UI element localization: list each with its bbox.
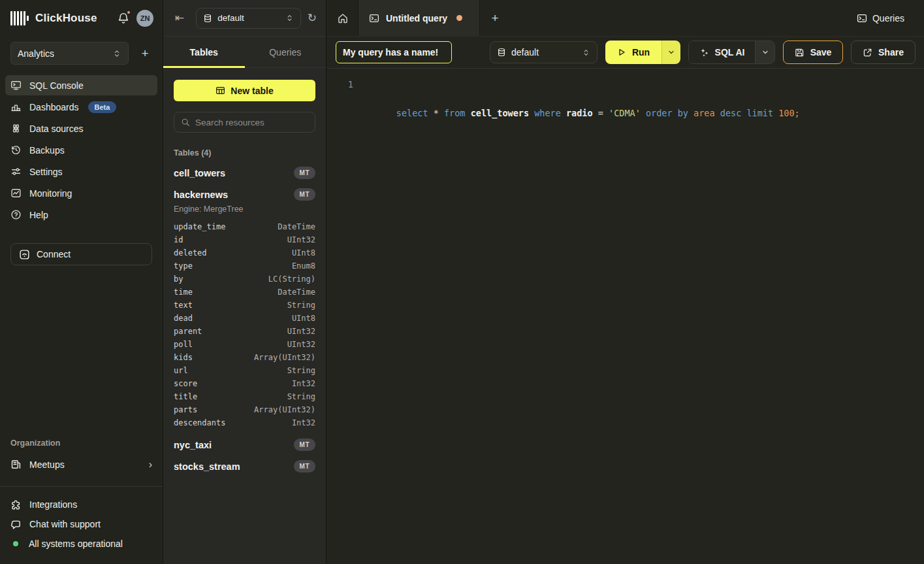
tab-queries[interactable]: Queries [245, 37, 327, 67]
sidebar-item-label: Help [29, 210, 48, 220]
sql-token [466, 108, 471, 118]
refresh-button[interactable]: ↻ [308, 11, 317, 25]
home-button[interactable] [327, 0, 358, 36]
settings-sliders-icon [10, 166, 22, 177]
run-label: Run [632, 47, 650, 58]
sql-editor[interactable]: 1 select * from cell_towers where radio … [327, 69, 924, 564]
column-row[interactable]: score Int32 [174, 377, 315, 390]
sidebar-item-sql-console[interactable]: SQL Console [5, 75, 157, 95]
share-button[interactable]: Share [851, 41, 916, 64]
sidebar-item-help[interactable]: Help [5, 205, 157, 225]
column-name: parts [174, 405, 197, 414]
run-button[interactable]: Run [605, 41, 661, 64]
run-split-button: Run [605, 41, 680, 64]
sql-token [641, 108, 646, 118]
chevron-up-down-icon [285, 14, 294, 22]
column-type: String [287, 392, 315, 401]
column-row[interactable]: dead UInt8 [174, 312, 315, 325]
column-row[interactable]: by LC(String) [174, 273, 315, 286]
column-row[interactable]: deleted UInt8 [174, 246, 315, 259]
sql-token: = [593, 108, 609, 118]
home-icon [337, 12, 349, 24]
chevron-up-down-icon [582, 48, 590, 57]
system-status-item[interactable]: All systems operational [5, 534, 157, 554]
active-tab-underline [163, 66, 245, 68]
run-options-button[interactable] [661, 41, 680, 64]
sidebar-item-integrations[interactable]: Integrations [5, 495, 157, 514]
notifications-button[interactable] [117, 12, 130, 25]
table-name: cell_towers [174, 168, 225, 178]
sidebar-item-label: Settings [29, 167, 63, 177]
new-query-tab-button[interactable]: + [480, 0, 510, 36]
sidebar-item-meetups[interactable]: Meetups › [5, 454, 157, 474]
sidebar-item-settings[interactable]: Settings [5, 161, 157, 182]
new-table-button[interactable]: New table [174, 80, 315, 101]
column-row[interactable]: parts Array(UInt32) [174, 403, 315, 416]
sql-ai-label: SQL AI [715, 47, 745, 58]
table-row-nyc-taxi[interactable]: nyc_taxi MT [174, 439, 315, 451]
sql-token [715, 108, 720, 118]
table-row-cell-towers[interactable]: cell_towers MT [174, 167, 315, 179]
column-row[interactable]: kids Array(UInt32) [174, 351, 315, 364]
tab-tables[interactable]: Tables [163, 37, 245, 67]
column-row[interactable]: descendants Int32 [174, 416, 315, 429]
search-icon [181, 118, 190, 127]
clickhouse-logo[interactable] [10, 10, 29, 26]
column-name: dead [174, 314, 193, 323]
column-row[interactable]: id UInt32 [174, 233, 315, 246]
organization-section-label: Organization [0, 439, 163, 454]
column-name: title [174, 392, 197, 401]
sidebar-item-chat-support[interactable]: Chat with support [5, 514, 157, 534]
table-row-hackernews[interactable]: hackernews MT [174, 188, 315, 201]
workspace-selector[interactable]: Analytics [10, 42, 129, 65]
table-name: stocks_stream [174, 461, 240, 472]
status-green-dot [13, 541, 18, 546]
column-name: deleted [174, 248, 207, 257]
sql-token: area [693, 108, 715, 118]
sidebar-item-dashboards[interactable]: Dashboards Beta [5, 97, 157, 117]
sql-token: * [434, 108, 439, 118]
column-row[interactable]: type Enum8 [174, 259, 315, 273]
database-icon [497, 48, 506, 57]
column-row[interactable]: text String [174, 299, 315, 312]
column-name: score [174, 379, 197, 388]
sql-ai-button[interactable]: SQL AI [689, 41, 755, 63]
sidebar-item-backups[interactable]: Backups [5, 140, 157, 160]
tab-untitled-query[interactable]: Untitled query [358, 0, 480, 36]
toolbar-database-selector[interactable]: default [490, 41, 597, 63]
table-row-stocks-stream[interactable]: stocks_stream MT [174, 460, 315, 473]
column-name: id [174, 235, 183, 244]
terminal-icon [369, 13, 379, 24]
column-row[interactable]: title String [174, 390, 315, 403]
chevron-right-icon: › [149, 459, 152, 471]
column-row[interactable]: update_time DateTime [174, 220, 315, 233]
sql-ai-options-button[interactable] [755, 41, 774, 63]
workspace-selected-label: Analytics [18, 48, 54, 59]
column-row[interactable]: parent UInt32 [174, 325, 315, 338]
add-workspace-button[interactable]: + [136, 45, 153, 62]
column-type: UInt8 [292, 314, 315, 323]
sql-token: by [678, 108, 688, 118]
column-row[interactable]: url String [174, 364, 315, 377]
queries-button[interactable]: Queries [857, 13, 904, 24]
sidebar-item-monitoring[interactable]: Monitoring [5, 183, 157, 203]
avatar[interactable]: ZN [136, 10, 153, 27]
column-row[interactable]: poll UInt32 [174, 338, 315, 351]
column-type: UInt32 [287, 340, 315, 349]
connect-button[interactable]: Connect [10, 243, 152, 265]
clickhouse-app: ClickHouse ZN Analytics + SQL Console [0, 0, 924, 564]
column-name: parent [174, 327, 202, 336]
column-type: LC(String) [268, 274, 315, 284]
meetups-icon [10, 459, 22, 470]
collapse-panel-button[interactable]: ⇤ [172, 10, 187, 26]
backups-icon [10, 144, 22, 156]
sql-token: desc [720, 108, 742, 118]
sql-token [673, 108, 678, 118]
query-name-input[interactable] [336, 41, 452, 63]
search-input[interactable] [195, 118, 311, 127]
save-button[interactable]: Save [783, 41, 843, 64]
sidebar-item-data-sources[interactable]: Data sources [5, 118, 157, 139]
column-row[interactable]: time DateTime [174, 286, 315, 299]
explorer-database-selector[interactable]: default [196, 8, 301, 29]
chat-support-label: Chat with support [29, 519, 101, 529]
